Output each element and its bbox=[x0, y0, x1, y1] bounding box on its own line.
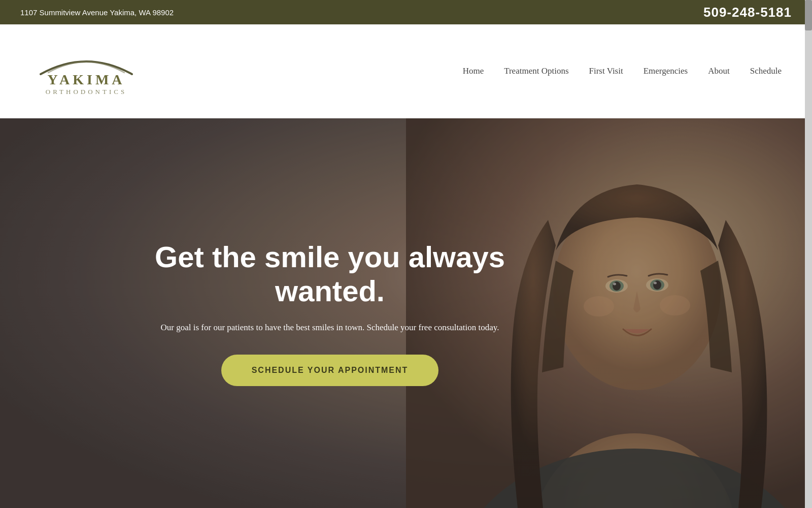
cta-schedule-button[interactable]: SCHEDULE YOUR APPOINTMENT bbox=[221, 355, 439, 386]
top-bar: 1107 Summitview Avenue Yakima, WA 98902 … bbox=[0, 0, 812, 24]
nav-emergencies[interactable]: Emergencies bbox=[644, 66, 688, 76]
nav-treatment-options[interactable]: Treatment Options bbox=[504, 66, 568, 76]
hero-subtext: Our goal is for our patients to have the… bbox=[101, 321, 558, 334]
logo-subtitle: ORTHODONTICS bbox=[46, 88, 127, 96]
site-header: YAKIMA ORTHODONTICS Home Treatment Optio… bbox=[0, 24, 812, 118]
main-nav: Home Treatment Options First Visit Emerg… bbox=[463, 66, 782, 76]
hero-section: Get the smile you always wanted. Our goa… bbox=[0, 118, 812, 508]
phone-number[interactable]: 509-248-5181 bbox=[703, 5, 792, 20]
hero-content: Get the smile you always wanted. Our goa… bbox=[101, 240, 558, 386]
address-text: 1107 Summitview Avenue Yakima, WA 98902 bbox=[20, 8, 174, 17]
scrollbar[interactable] bbox=[805, 0, 812, 508]
nav-about[interactable]: About bbox=[708, 66, 730, 76]
logo-name: YAKIMA bbox=[47, 72, 125, 88]
nav-first-visit[interactable]: First Visit bbox=[589, 66, 623, 76]
scrollbar-thumb[interactable] bbox=[805, 0, 812, 30]
nav-home[interactable]: Home bbox=[463, 66, 484, 76]
logo[interactable]: YAKIMA ORTHODONTICS bbox=[30, 46, 142, 96]
hero-heading: Get the smile you always wanted. bbox=[101, 240, 558, 308]
nav-schedule[interactable]: Schedule bbox=[750, 66, 782, 76]
